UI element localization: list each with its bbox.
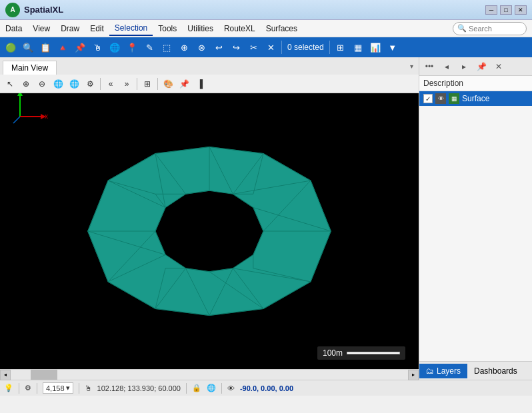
vt-sep3 — [157, 78, 158, 90]
tb-icon7[interactable]: 🌐 — [107, 39, 123, 55]
tb-icon2[interactable]: 🔍 — [20, 39, 36, 55]
close-button[interactable]: ✕ — [515, 5, 527, 15]
view-tab-dropdown[interactable]: ▾ — [410, 63, 413, 70]
minimize-button[interactable]: ─ — [485, 5, 497, 15]
sb-lock-icon[interactable]: 🔒 — [192, 384, 201, 392]
tb-icon9[interactable]: ✎ — [141, 39, 157, 55]
sb-sep3 — [79, 383, 79, 394]
tb-icon12[interactable]: ⊗ — [193, 39, 209, 55]
vt-select[interactable]: ↖ — [3, 77, 17, 91]
tb-icon4[interactable]: 🔺 — [55, 39, 71, 55]
window-controls: ─ □ ✕ — [485, 5, 527, 15]
vt-settings[interactable]: ⚙ — [83, 77, 97, 91]
globe-icon: 🌐 — [207, 384, 216, 392]
titlebar: A SpatialXL ─ □ ✕ — [0, 0, 532, 20]
menu-routexl[interactable]: RouteXL — [219, 22, 261, 35]
tb-icon18[interactable]: ▦ — [350, 39, 366, 55]
tb-icon16[interactable]: ✕ — [263, 39, 279, 55]
horizontal-scrollbar[interactable]: ◂ ▸ — [0, 369, 419, 380]
menu-selection[interactable]: Selection — [109, 21, 153, 36]
vt-globe2[interactable]: 🌐 — [67, 77, 81, 91]
app-logo: A — [5, 3, 20, 17]
menu-edit[interactable]: Edit — [85, 22, 109, 35]
search-input[interactable] — [469, 25, 522, 33]
layers-tab-label: Layers — [437, 366, 461, 376]
main-toolbar: 🟢 🔍 📋 🔺 📌 🖱 🌐 📍 ✎ ⬚ ⊕ ⊗ ↩ ↪ ✂ ✕ 0 select… — [0, 37, 532, 57]
description-header: Description — [419, 76, 532, 91]
vt-next[interactable]: » — [119, 77, 134, 91]
vt-prev[interactable]: « — [103, 77, 118, 91]
sb-eye-icon[interactable]: 👁 — [227, 384, 235, 392]
tb-icon8[interactable]: 📍 — [124, 39, 140, 55]
light-icon: 💡 — [4, 384, 13, 392]
settings-icon: ⚙ — [25, 384, 31, 392]
tb-icon1[interactable]: 🟢 — [3, 39, 19, 55]
right-panel: ••• ◂ ▸ 📌 ✕ Description ✓ 👁 ▦ Surface 🗂 … — [419, 57, 532, 380]
maximize-button[interactable]: □ — [500, 5, 512, 15]
sb-count-arrow: ▾ — [66, 384, 70, 392]
sb-count-dropdown[interactable]: 4,158 ▾ — [43, 382, 73, 394]
right-bottom-tabs: 🗂 Layers Dashboards — [419, 361, 532, 380]
vt-globe1[interactable]: 🌐 — [51, 77, 65, 91]
vt-palette[interactable]: 🎨 — [161, 77, 175, 91]
tb-icon14[interactable]: ↪ — [228, 39, 244, 55]
menubar: Data View Draw Edit Selection Tools Util… — [0, 20, 532, 37]
vt-zoom-in[interactable]: ⊕ — [19, 77, 33, 91]
menu-surfaces[interactable]: Surfaces — [261, 22, 303, 35]
layer-item[interactable]: ✓ 👁 ▦ Surface — [419, 91, 532, 106]
menu-utilities[interactable]: Utilities — [182, 22, 219, 35]
vt-more[interactable]: ▐ — [193, 77, 207, 91]
layer-vis-icon: 👁 — [435, 93, 446, 104]
lock-icon: 🔒 — [192, 384, 201, 392]
sb-settings-icon[interactable]: ⚙ — [25, 384, 31, 392]
sb-globe-icon[interactable]: 🌐 — [207, 384, 216, 392]
scroll-left-arrow[interactable]: ◂ — [0, 370, 11, 380]
canvas-area[interactable]: y x 100m — [0, 93, 419, 369]
layer-checkbox[interactable]: ✓ — [423, 94, 433, 103]
menu-draw[interactable]: Draw — [55, 22, 85, 35]
layers-tab[interactable]: 🗂 Layers — [419, 364, 467, 378]
scale-label: 100m — [323, 348, 343, 358]
sb-view-coords: -90.0, 0.00, 0.00 — [240, 384, 293, 392]
vt-grid[interactable]: ⊞ — [140, 77, 155, 91]
main-view-tab[interactable]: Main View — [3, 61, 57, 75]
scale-line — [347, 352, 400, 354]
vt-zoom-out[interactable]: ⊖ — [35, 77, 49, 91]
tb-icon17[interactable]: ⊞ — [333, 39, 349, 55]
left-panel: Main View ▾ ↖ ⊕ ⊖ 🌐 🌐 ⚙ « » ⊞ 🎨 📌 ▐ — [0, 57, 419, 380]
tb-icon3[interactable]: 📋 — [37, 39, 53, 55]
tb-icon11[interactable]: ⊕ — [176, 39, 192, 55]
statusbar: 💡 ⚙ 4,158 ▾ 🖱 102.128; 133.930; 60.000 🔒… — [0, 380, 532, 396]
tb-icon19[interactable]: 📊 — [367, 39, 383, 55]
tb-icon15[interactable]: ✂ — [245, 39, 261, 55]
sb-sep5 — [221, 383, 222, 394]
rt-more[interactable]: ••• — [422, 59, 437, 74]
tb-icon5[interactable]: 📌 — [72, 39, 88, 55]
sb-cursor-icon: 🖱 — [85, 384, 92, 392]
rt-pin[interactable]: 📌 — [474, 59, 489, 74]
eye-icon: 👁 — [227, 384, 235, 392]
menu-data[interactable]: Data — [0, 22, 27, 35]
tb-icon10[interactable]: ⬚ — [159, 39, 175, 55]
vt-pin[interactable]: 📌 — [177, 77, 191, 91]
scale-bar: 100m — [317, 346, 405, 360]
rt-close[interactable]: ✕ — [491, 59, 506, 74]
axis-indicator: y x — [7, 93, 419, 362]
svg-line-53 — [13, 117, 20, 123]
scroll-track[interactable] — [11, 370, 408, 380]
rt-back[interactable]: ◂ — [439, 59, 454, 74]
tb-icon6[interactable]: 🖱 — [89, 39, 105, 55]
menu-view[interactable]: View — [27, 22, 55, 35]
app-title: SpatialXL — [24, 5, 485, 15]
tb-icon20[interactable]: ▼ — [385, 39, 401, 55]
scroll-thumb[interactable] — [31, 370, 57, 380]
layer-name: Surface — [462, 94, 489, 103]
tb-icon13[interactable]: ↩ — [211, 39, 227, 55]
menu-tools[interactable]: Tools — [153, 22, 182, 35]
sb-coords: 102.128; 133.930; 60.000 — [97, 384, 181, 392]
sb-sep4 — [186, 383, 187, 394]
dashboards-tab[interactable]: Dashboards — [467, 364, 524, 378]
search-box[interactable]: 🔍 — [453, 22, 527, 35]
scroll-right-arrow[interactable]: ▸ — [408, 370, 419, 380]
rt-forward[interactable]: ▸ — [457, 59, 471, 74]
